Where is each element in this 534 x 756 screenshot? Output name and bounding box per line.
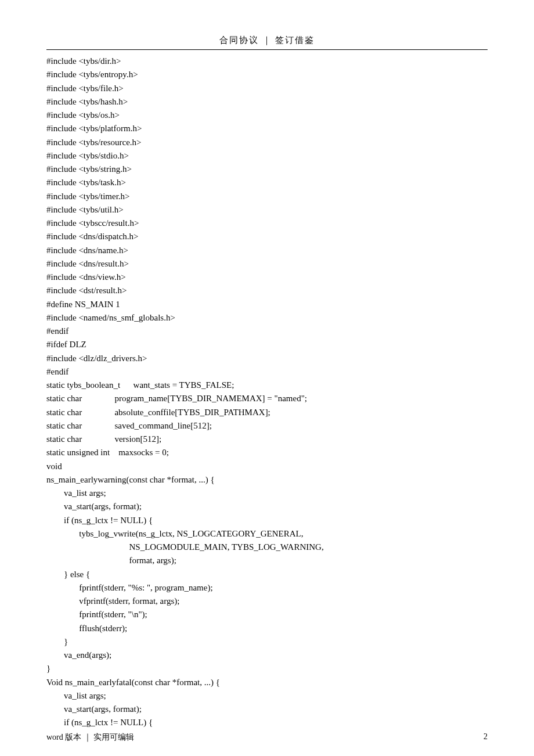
document-page: 合同协议 ｜ 签订借鉴 #include <tybs/dir.h> #inclu… — [0, 0, 534, 756]
code-content: #include <tybs/dir.h> #include <tybs/ent… — [46, 55, 488, 730]
page-header: 合同协议 ｜ 签订借鉴 — [46, 35, 488, 50]
page-number: 2 — [484, 732, 488, 743]
page-footer: word 版本 ｜ 实用可编辑 2 — [46, 732, 488, 743]
footer-left-text: word 版本 ｜ 实用可编辑 — [46, 732, 134, 743]
